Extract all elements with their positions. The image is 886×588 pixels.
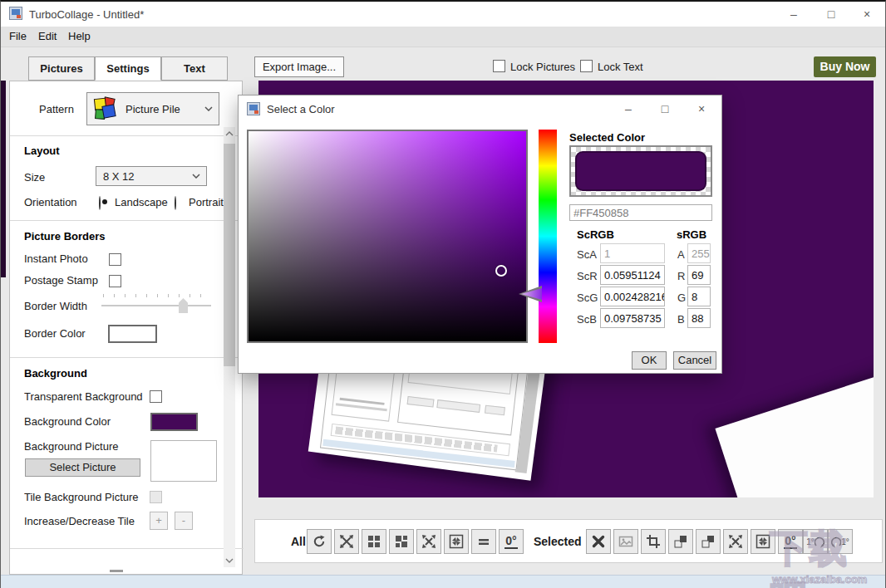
portrait-label: Portrait [189,196,224,208]
tab-text[interactable]: Text [161,56,228,81]
close-button[interactable]: × [850,3,884,25]
color-gradient-area[interactable] [247,130,528,343]
mini-button [436,399,480,413]
delete-selected-button[interactable] [586,529,611,554]
scroll-down-icon[interactable] [225,558,234,563]
hex-input[interactable] [569,204,712,221]
hue-bar[interactable] [539,130,557,343]
lock-text-checkbox[interactable] [580,60,593,72]
equalize-sizes-button[interactable] [471,529,496,554]
crop-button[interactable] [641,529,666,554]
transparent-background-checkbox[interactable] [150,390,162,403]
clipped-label-fragment [110,570,123,572]
tab-settings[interactable]: Settings [95,56,161,81]
tile-size-label: Increase/Decrease Tile [24,515,135,527]
dialog-icon [247,102,260,115]
mini-button [407,396,435,408]
postage-stamp-checkbox[interactable] [109,275,121,287]
g-input[interactable] [687,287,711,306]
maximize-button[interactable]: □ [815,3,848,25]
menu-edit[interactable]: Edit [38,30,57,42]
pattern-dropdown[interactable]: Picture Pile [86,92,219,125]
minimize-button[interactable]: – [777,3,810,25]
tab-pictures[interactable]: Pictures [28,56,95,81]
rotate-all-button[interactable] [307,529,332,554]
divider [10,220,244,221]
collage-page-back [715,357,874,497]
buy-now-button[interactable]: Buy Now [814,56,876,77]
panel-scrollbar[interactable] [224,127,235,567]
instant-photo-checkbox[interactable] [109,253,121,266]
dialog-title: Select a Color [267,103,335,115]
menu-file[interactable]: File [9,30,27,42]
size-value: 8 X 12 [103,170,135,183]
rotate-cw-button[interactable]: 1° [803,529,828,554]
divider [10,135,244,136]
background-picture-label: Background Picture [24,440,118,453]
instant-photo-label: Instant Photo [24,252,107,265]
app-icon [9,7,22,20]
slider-thumb[interactable] [179,298,188,313]
reset-rotation-selected-button[interactable]: 0° [778,529,803,554]
mosaic-layout-button[interactable] [389,529,414,554]
scrollbar-thumb[interactable] [224,144,235,366]
export-image-button[interactable]: Export Image... [254,56,344,77]
rotate-ccw-button[interactable]: 1° [828,529,853,554]
scroll-up-icon[interactable] [225,131,234,136]
slider-ticks [103,294,209,297]
shuffle-all-button[interactable] [334,529,359,554]
enlarge-selected-button[interactable] [723,529,748,554]
b-input[interactable] [687,308,711,328]
landscape-radio[interactable] [99,196,101,210]
dialog-title-bar: Select a Color – □ × [239,96,721,122]
select-picture-button[interactable]: Select Picture [25,458,140,477]
window-title: TurboCollage - Untitled* [29,8,144,21]
dialog-maximize-button[interactable]: □ [648,98,682,120]
shrink-selected-button[interactable] [751,529,775,554]
menu-help[interactable]: Help [68,30,91,42]
border-width-slider[interactable] [101,294,211,316]
pattern-value: Picture Pile [126,103,180,115]
divider [10,357,244,358]
grid-layout-button[interactable] [362,529,386,554]
enlarge-all-button[interactable] [416,529,441,554]
tile-increase-button: + [150,512,168,530]
tile-decrease-button: - [175,512,193,530]
background-color-swatch[interactable] [150,413,198,431]
tile-background-checkbox [150,491,162,503]
shrink-all-button[interactable] [444,529,469,554]
scb-input[interactable] [600,308,665,328]
cancel-button[interactable]: Cancel [673,351,716,370]
settings-panel: Pattern Picture Pile Layout Size 8 X 12 … [9,81,243,575]
color-picker-marker[interactable] [495,265,507,277]
lock-pictures-checkbox[interactable] [493,60,505,72]
divider [10,548,244,549]
border-color-swatch[interactable] [108,325,157,343]
canvas-edge-sliver [1,81,6,277]
bring-forward-button[interactable] [668,529,693,554]
scr-input[interactable] [600,265,665,285]
scg-input[interactable] [600,287,665,306]
selected-tools-label: Selected [534,535,582,548]
sca-label: ScA [577,248,597,261]
dialog-close-button[interactable]: × [685,98,718,120]
a-input[interactable] [687,243,711,263]
dialog-minimize-button[interactable]: – [612,98,645,120]
border-width-label: Border Width [24,300,87,312]
portrait-radio[interactable] [175,196,176,210]
scg-label: ScG [577,292,598,304]
size-label: Size [24,171,45,184]
r-label: R [677,270,685,282]
app-window: TurboCollage - Untitled* – □ × File Edit… [0,0,886,588]
sca-input[interactable] [600,243,665,263]
select-color-dialog: Select a Color – □ × Selected Color ScRG… [238,95,722,374]
landscape-label: Landscape [115,196,168,208]
ok-button[interactable]: OK [632,351,667,370]
slider-track [101,305,211,306]
replace-image-button[interactable] [613,529,638,554]
r-input[interactable] [687,265,711,285]
send-backward-button[interactable] [696,529,721,554]
size-dropdown[interactable]: 8 X 12 [96,166,207,186]
reset-rotation-all-button[interactable]: 0° [499,529,524,554]
background-color-label: Background Color [24,415,111,428]
